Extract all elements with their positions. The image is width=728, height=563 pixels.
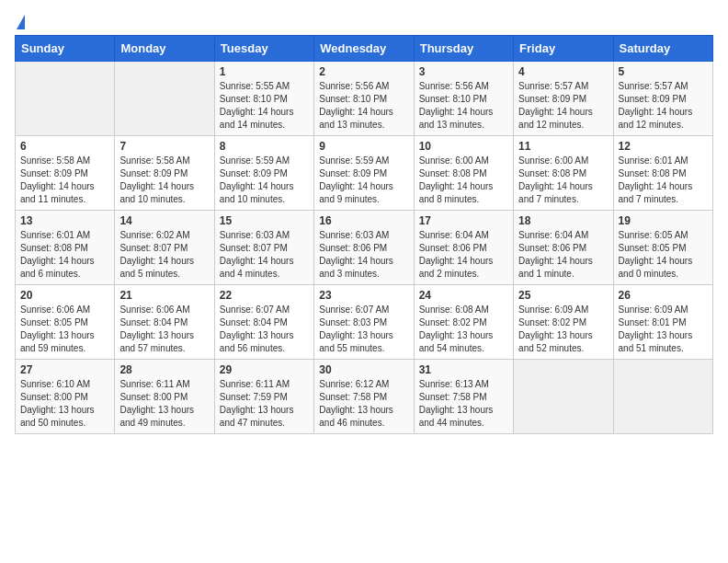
day-number: 16 [319, 214, 408, 227]
calendar-cell: 5Sunrise: 5:57 AMSunset: 8:09 PMDaylight… [613, 62, 712, 136]
day-detail: Sunrise: 6:13 AMSunset: 7:58 PMDaylight:… [419, 378, 508, 430]
calendar-cell [16, 62, 115, 136]
day-number: 10 [419, 140, 508, 153]
day-detail: Sunrise: 5:57 AMSunset: 8:09 PMDaylight:… [518, 80, 608, 132]
day-number: 20 [20, 289, 109, 302]
days-header-row: SundayMondayTuesdayWednesdayThursdayFrid… [16, 36, 713, 62]
day-number: 30 [319, 363, 408, 376]
day-detail: Sunrise: 6:06 AMSunset: 8:04 PMDaylight:… [119, 304, 209, 355]
day-number: 11 [518, 140, 608, 153]
day-number: 22 [220, 289, 309, 302]
calendar-cell: 1Sunrise: 5:55 AMSunset: 8:10 PMDaylight… [214, 62, 313, 136]
day-detail: Sunrise: 5:57 AMSunset: 8:09 PMDaylight:… [619, 80, 708, 132]
day-number: 5 [619, 65, 708, 78]
day-number: 4 [518, 65, 608, 78]
calendar-cell: 21Sunrise: 6:06 AMSunset: 8:04 PMDayligh… [115, 285, 214, 360]
day-detail: Sunrise: 6:04 AMSunset: 8:06 PMDaylight:… [419, 229, 508, 281]
calendar-cell: 26Sunrise: 6:09 AMSunset: 8:01 PMDayligh… [613, 285, 712, 360]
day-header-wednesday: Wednesday [314, 36, 414, 62]
week-row-1: 1Sunrise: 5:55 AMSunset: 8:10 PMDaylight… [16, 62, 713, 136]
day-number: 8 [220, 140, 309, 153]
day-number: 29 [220, 363, 309, 376]
day-header-monday: Monday [115, 36, 214, 62]
day-header-sunday: Sunday [16, 36, 115, 62]
day-number: 7 [119, 140, 209, 153]
day-number: 24 [419, 289, 508, 302]
day-detail: Sunrise: 5:59 AMSunset: 8:09 PMDaylight:… [319, 155, 408, 206]
calendar-cell: 11Sunrise: 6:00 AMSunset: 8:08 PMDayligh… [514, 136, 613, 211]
day-number: 1 [220, 65, 309, 78]
calendar-cell: 15Sunrise: 6:03 AMSunset: 8:07 PMDayligh… [214, 211, 313, 285]
day-detail: Sunrise: 5:58 AMSunset: 8:09 PMDaylight:… [119, 155, 209, 206]
day-number: 9 [319, 140, 408, 153]
calendar-cell: 18Sunrise: 6:04 AMSunset: 8:06 PMDayligh… [514, 211, 613, 285]
day-detail: Sunrise: 5:56 AMSunset: 8:10 PMDaylight:… [419, 80, 508, 132]
day-detail: Sunrise: 6:10 AMSunset: 8:00 PMDaylight:… [20, 378, 109, 430]
day-number: 28 [119, 363, 209, 376]
day-detail: Sunrise: 6:06 AMSunset: 8:05 PMDaylight:… [20, 304, 109, 355]
day-number: 17 [419, 214, 508, 227]
day-header-thursday: Thursday [414, 36, 513, 62]
calendar-cell [613, 360, 712, 434]
calendar-cell: 3Sunrise: 5:56 AMSunset: 8:10 PMDaylight… [414, 62, 513, 136]
day-detail: Sunrise: 6:01 AMSunset: 8:08 PMDaylight:… [619, 155, 708, 206]
calendar-cell: 30Sunrise: 6:12 AMSunset: 7:58 PMDayligh… [314, 360, 414, 434]
day-detail: Sunrise: 6:11 AMSunset: 8:00 PMDaylight:… [119, 378, 209, 430]
day-detail: Sunrise: 6:00 AMSunset: 8:08 PMDaylight:… [419, 155, 508, 206]
day-detail: Sunrise: 6:12 AMSunset: 7:58 PMDaylight:… [319, 378, 408, 430]
day-detail: Sunrise: 6:04 AMSunset: 8:06 PMDaylight:… [518, 229, 608, 281]
calendar-table: SundayMondayTuesdayWednesdayThursdayFrid… [15, 35, 713, 434]
day-detail: Sunrise: 5:55 AMSunset: 8:10 PMDaylight:… [220, 80, 309, 132]
day-number: 26 [619, 289, 708, 302]
day-header-saturday: Saturday [613, 36, 712, 62]
day-detail: Sunrise: 6:00 AMSunset: 8:08 PMDaylight:… [518, 155, 608, 206]
day-number: 12 [619, 140, 708, 153]
day-number: 23 [319, 289, 408, 302]
day-detail: Sunrise: 6:03 AMSunset: 8:07 PMDaylight:… [220, 229, 309, 281]
day-number: 18 [518, 214, 608, 227]
day-number: 2 [319, 65, 408, 78]
day-number: 27 [20, 363, 109, 376]
calendar-cell: 27Sunrise: 6:10 AMSunset: 8:00 PMDayligh… [16, 360, 115, 434]
day-detail: Sunrise: 5:58 AMSunset: 8:09 PMDaylight:… [20, 155, 109, 206]
day-number: 31 [419, 363, 508, 376]
calendar-cell: 31Sunrise: 6:13 AMSunset: 7:58 PMDayligh… [414, 360, 513, 434]
calendar-cell [514, 360, 613, 434]
day-detail: Sunrise: 5:59 AMSunset: 8:09 PMDaylight:… [220, 155, 309, 206]
calendar-cell: 16Sunrise: 6:03 AMSunset: 8:06 PMDayligh… [314, 211, 414, 285]
day-detail: Sunrise: 6:09 AMSunset: 8:02 PMDaylight:… [518, 304, 608, 355]
day-detail: Sunrise: 6:07 AMSunset: 8:03 PMDaylight:… [319, 304, 408, 355]
week-row-4: 20Sunrise: 6:06 AMSunset: 8:05 PMDayligh… [16, 285, 713, 360]
day-detail: Sunrise: 6:05 AMSunset: 8:05 PMDaylight:… [619, 229, 708, 281]
page-header [15, 15, 713, 26]
day-number: 14 [119, 214, 209, 227]
day-number: 3 [419, 65, 508, 78]
day-detail: Sunrise: 6:01 AMSunset: 8:08 PMDaylight:… [20, 229, 109, 281]
day-number: 21 [119, 289, 209, 302]
calendar-cell: 4Sunrise: 5:57 AMSunset: 8:09 PMDaylight… [514, 62, 613, 136]
calendar-cell: 17Sunrise: 6:04 AMSunset: 8:06 PMDayligh… [414, 211, 513, 285]
calendar-cell [115, 62, 214, 136]
day-detail: Sunrise: 6:03 AMSunset: 8:06 PMDaylight:… [319, 229, 408, 281]
day-number: 13 [20, 214, 109, 227]
calendar-cell: 14Sunrise: 6:02 AMSunset: 8:07 PMDayligh… [115, 211, 214, 285]
calendar-cell: 22Sunrise: 6:07 AMSunset: 8:04 PMDayligh… [214, 285, 313, 360]
calendar-cell: 7Sunrise: 5:58 AMSunset: 8:09 PMDaylight… [115, 136, 214, 211]
calendar-cell: 12Sunrise: 6:01 AMSunset: 8:08 PMDayligh… [613, 136, 712, 211]
day-header-tuesday: Tuesday [214, 36, 313, 62]
calendar-cell: 24Sunrise: 6:08 AMSunset: 8:02 PMDayligh… [414, 285, 513, 360]
calendar-cell: 28Sunrise: 6:11 AMSunset: 8:00 PMDayligh… [115, 360, 214, 434]
calendar-cell: 6Sunrise: 5:58 AMSunset: 8:09 PMDaylight… [16, 136, 115, 211]
day-number: 19 [619, 214, 708, 227]
calendar-cell: 13Sunrise: 6:01 AMSunset: 8:08 PMDayligh… [16, 211, 115, 285]
calendar-cell: 25Sunrise: 6:09 AMSunset: 8:02 PMDayligh… [514, 285, 613, 360]
day-number: 25 [518, 289, 608, 302]
week-row-2: 6Sunrise: 5:58 AMSunset: 8:09 PMDaylight… [16, 136, 713, 211]
day-header-friday: Friday [514, 36, 613, 62]
day-detail: Sunrise: 6:09 AMSunset: 8:01 PMDaylight:… [619, 304, 708, 355]
day-detail: Sunrise: 5:56 AMSunset: 8:10 PMDaylight:… [319, 80, 408, 132]
calendar-cell: 9Sunrise: 5:59 AMSunset: 8:09 PMDaylight… [314, 136, 414, 211]
week-row-5: 27Sunrise: 6:10 AMSunset: 8:00 PMDayligh… [16, 360, 713, 434]
calendar-cell: 29Sunrise: 6:11 AMSunset: 7:59 PMDayligh… [214, 360, 313, 434]
day-number: 6 [20, 140, 109, 153]
